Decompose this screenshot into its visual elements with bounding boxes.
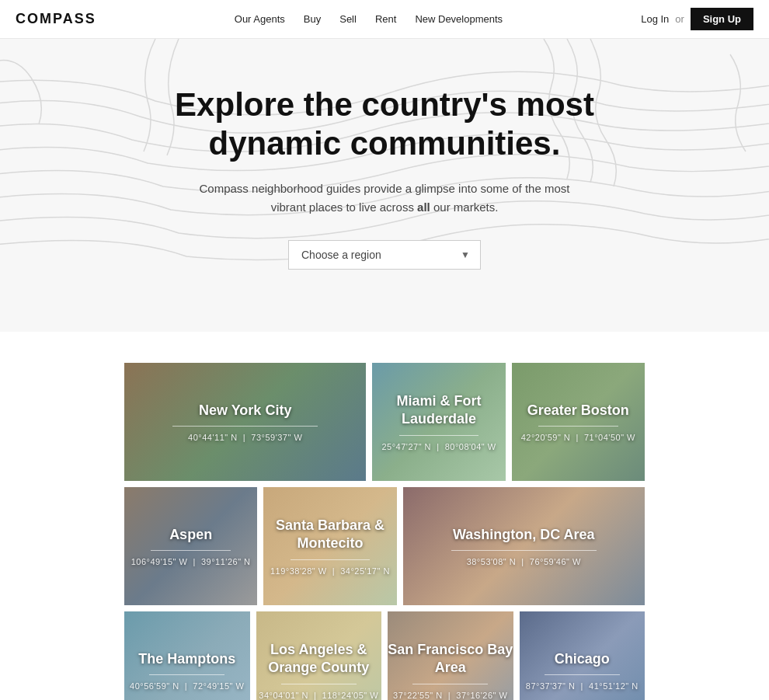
card-boston-text: Greater Boston 42°20'59" N | 71°04'50" W xyxy=(512,363,645,481)
hero-title: Explore the country's most dynamic commu… xyxy=(167,85,602,164)
community-grid: New York City 40°44'11" N | 73°59'37" W … xyxy=(0,332,769,700)
card-aspen-text: Aspen 106°49'15" W | 39°11'26" N xyxy=(124,487,257,605)
card-nyc-coords: 40°44'11" N | 73°59'37" W xyxy=(188,433,302,442)
nav-new-developments[interactable]: New Developments xyxy=(415,13,503,25)
card-santa-barbara[interactable]: Santa Barbara & Montecito 119°38'28" W |… xyxy=(263,487,396,605)
card-dc-title: Washington, DC Area xyxy=(453,526,595,544)
card-chicago-divider xyxy=(545,674,620,675)
card-washington-dc[interactable]: Washington, DC Area 38°53'08" N | 76°59'… xyxy=(403,487,645,605)
card-nyc-title: New York City xyxy=(199,402,291,420)
card-san-francisco[interactable]: San Francisco Bay Area 37°22'55" N | 37°… xyxy=(388,611,513,700)
signup-button[interactable]: Sign Up xyxy=(691,8,753,30)
card-chicago[interactable]: Chicago 87°37'37" N | 41°51'12" N xyxy=(520,611,645,700)
card-nyc-text: New York City 40°44'11" N | 73°59'37" W xyxy=(124,363,366,481)
card-boston-divider xyxy=(538,426,618,427)
card-dc-text: Washington, DC Area 38°53'08" N | 76°59'… xyxy=(403,487,645,605)
card-dc-divider xyxy=(451,550,597,551)
grid-row-1: New York City 40°44'11" N | 73°59'37" W … xyxy=(124,363,645,481)
card-la-text: Los Angeles & Orange County 34°04'01" N … xyxy=(256,611,382,700)
card-sf-coords: 37°22'55" N | 37°16'26" W xyxy=(393,691,507,700)
card-aspen[interactable]: Aspen 106°49'15" W | 39°11'26" N xyxy=(124,487,257,605)
card-aspen-divider xyxy=(151,550,231,551)
card-miami[interactable]: Miami & Fort Lauderdale 25°47'27" N | 80… xyxy=(372,363,505,481)
auth-or: or xyxy=(675,13,684,25)
card-nyc-divider xyxy=(172,426,318,427)
login-link[interactable]: Log In xyxy=(641,13,669,25)
nav-links: Our Agents Buy Sell Rent New Development… xyxy=(235,13,503,25)
card-la-divider xyxy=(281,684,357,684)
nav-sell[interactable]: Sell xyxy=(339,13,357,25)
card-sb-divider xyxy=(291,559,371,560)
card-sf-title: San Francisco Bay Area xyxy=(388,641,513,677)
card-boston-coords: 42°20'59" N | 71°04'50" W xyxy=(521,433,635,442)
card-miami-title: Miami & Fort Lauderdale xyxy=(372,392,505,429)
card-miami-divider xyxy=(399,435,479,436)
grid-row-3: The Hamptons 40°56'59" N | 72°49'15" W L… xyxy=(124,611,645,700)
grid-row-2: Aspen 106°49'15" W | 39°11'26" N Santa B… xyxy=(124,487,645,605)
region-select-wrapper: Choose a region New York City Miami & Fo… xyxy=(288,240,481,270)
card-los-angeles[interactable]: Los Angeles & Orange County 34°04'01" N … xyxy=(256,611,382,700)
nav-rent[interactable]: Rent xyxy=(375,13,396,25)
nav-buy[interactable]: Buy xyxy=(304,13,321,25)
logo[interactable]: COMPASS xyxy=(16,11,96,27)
navbar: COMPASS Our Agents Buy Sell Rent New Dev… xyxy=(0,0,769,39)
card-aspen-title: Aspen xyxy=(169,526,212,544)
nav-auth: Log In or Sign Up xyxy=(641,8,753,30)
card-nyc[interactable]: New York City 40°44'11" N | 73°59'37" W xyxy=(124,363,366,481)
card-hamptons-divider xyxy=(149,674,224,675)
card-dc-coords: 38°53'08" N | 76°59'46" W xyxy=(467,557,581,566)
card-la-title: Los Angeles & Orange County xyxy=(256,641,382,677)
card-sb-title: Santa Barbara & Montecito xyxy=(263,517,396,553)
card-sb-coords: 119°38'28" W | 34°25'17" N xyxy=(270,566,390,576)
card-miami-coords: 25°47'27" N | 80°08'04" W xyxy=(381,442,496,451)
card-chicago-coords: 87°37'37" N | 41°51'12" N xyxy=(526,681,639,691)
card-la-coords: 34°04'01" N | 118°24'05" W xyxy=(259,691,378,700)
card-miami-text: Miami & Fort Lauderdale 25°47'27" N | 80… xyxy=(372,363,505,481)
card-sf-text: San Francisco Bay Area 37°22'55" N | 37°… xyxy=(388,611,513,700)
card-aspen-coords: 106°49'15" W | 39°11'26" N xyxy=(131,557,251,566)
card-sf-divider xyxy=(412,684,488,684)
hero-section: Explore the country's most dynamic commu… xyxy=(0,39,769,332)
card-sb-text: Santa Barbara & Montecito 119°38'28" W |… xyxy=(263,487,396,605)
card-chicago-title: Chicago xyxy=(555,650,610,668)
card-hamptons-title: The Hamptons xyxy=(138,650,235,668)
card-boston[interactable]: Greater Boston 42°20'59" N | 71°04'50" W xyxy=(512,363,645,481)
region-select[interactable]: Choose a region New York City Miami & Fo… xyxy=(288,240,481,270)
card-hamptons[interactable]: The Hamptons 40°56'59" N | 72°49'15" W xyxy=(124,611,250,700)
card-chicago-text: Chicago 87°37'37" N | 41°51'12" N xyxy=(520,611,645,700)
card-boston-title: Greater Boston xyxy=(527,402,629,420)
card-hamptons-coords: 40°56'59" N | 72°49'15" W xyxy=(130,681,244,691)
hero-subtitle: Compass neighborhood guides provide a gl… xyxy=(198,179,571,217)
card-hamptons-text: The Hamptons 40°56'59" N | 72°49'15" W xyxy=(124,611,250,700)
nav-our-agents[interactable]: Our Agents xyxy=(235,13,285,25)
